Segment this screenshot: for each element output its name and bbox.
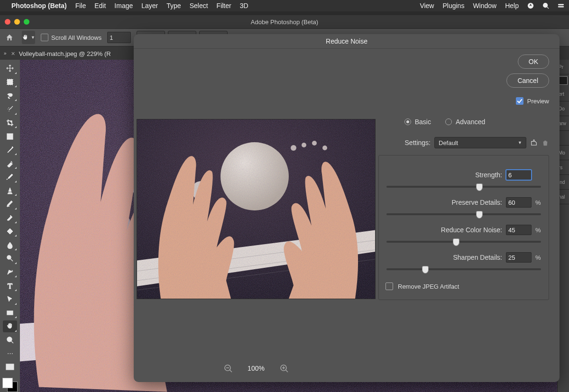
crop-tool[interactable] [3, 117, 17, 129]
scroll-all-windows-checkbox[interactable]: Scroll All Windows [41, 34, 101, 41]
healing-brush-tool[interactable] [3, 157, 17, 169]
preserve-details-value-field[interactable]: 60 [506, 197, 532, 208]
remove-jpeg-artifact-checkbox[interactable]: Remove JPEG Artifact [385, 283, 542, 290]
reduce-color-noise-slider[interactable] [386, 241, 541, 243]
frame-tool[interactable] [3, 130, 17, 142]
menu-view[interactable]: View [420, 2, 434, 9]
dodge-tool[interactable] [3, 253, 17, 264]
strength-slider-block: Strength: 6 [385, 170, 542, 188]
home-button[interactable] [3, 31, 16, 44]
svg-point-11 [7, 337, 12, 342]
dialog-preview-image[interactable] [137, 119, 376, 299]
rectangle-tool[interactable] [3, 307, 17, 319]
tab-overflow-icon[interactable]: » [4, 51, 7, 56]
dialog-title: Reduce Noise [134, 34, 560, 49]
color-swatches[interactable] [2, 378, 18, 392]
svg-point-14 [9, 365, 11, 368]
preview-checkbox[interactable]: Preview [516, 97, 549, 105]
eyedropper-tool[interactable] [3, 144, 17, 156]
move-tool[interactable] [3, 63, 17, 74]
app-name[interactable]: Photoshop (Beta) [11, 2, 67, 9]
strength-value-field[interactable]: 6 [506, 170, 532, 180]
svg-rect-4 [558, 6, 564, 8]
dialog-controls-panel: OK Cancel Preview Basic Advanced Setting… [378, 49, 560, 382]
sharpen-details-label: Sharpen Details: [453, 254, 502, 261]
hand-tool[interactable] [3, 320, 17, 332]
preserve-details-unit: % [535, 199, 542, 206]
location-icon[interactable] [527, 2, 534, 9]
reduce-color-noise-slider-block: Reduce Color Noise: 45 % [385, 225, 542, 243]
reduce-color-noise-slider-thumb[interactable] [453, 238, 459, 246]
type-tool[interactable] [3, 280, 17, 292]
window-titlebar: Adobe Photoshop (Beta) [0, 15, 569, 28]
pen-tool[interactable] [3, 266, 17, 278]
sharpen-details-value-field[interactable]: 25 [506, 252, 532, 263]
foreground-color-swatch[interactable] [2, 378, 13, 388]
search-icon[interactable] [542, 2, 549, 9]
reduce-color-noise-value-field[interactable]: 45 [506, 225, 532, 235]
cancel-button[interactable]: Cancel [506, 73, 549, 88]
remove-jpeg-artifact-box[interactable] [385, 283, 393, 290]
ok-button[interactable]: OK [518, 55, 549, 69]
sharpen-details-slider-block: Sharpen Details: 25 % [385, 252, 542, 270]
quick-mask-toggle[interactable] [3, 361, 17, 373]
mode-radio-group: Basic Advanced [404, 118, 486, 126]
menu-help[interactable]: Help [505, 2, 519, 9]
sharpen-details-slider[interactable] [386, 268, 541, 270]
menu-edit[interactable]: Edit [94, 2, 106, 9]
macos-menubar: Photoshop (Beta) File Edit Image Layer T… [0, 0, 569, 11]
menu-file[interactable]: File [75, 2, 86, 9]
wand-tool[interactable] [3, 103, 17, 115]
chevron-down-icon: ▼ [518, 140, 522, 145]
options-zoom-field[interactable]: 1 [107, 32, 131, 43]
edit-toolbar-button[interactable]: ⋯ [3, 347, 17, 359]
current-tool-indicator[interactable]: ▼ [22, 31, 35, 44]
preserve-details-slider-thumb[interactable] [476, 211, 483, 219]
history-brush-tool[interactable] [3, 198, 17, 210]
clone-stamp-tool[interactable] [3, 185, 17, 197]
preserve-details-slider[interactable] [386, 213, 541, 215]
strength-slider[interactable] [386, 186, 541, 188]
sharpen-details-unit: % [535, 254, 542, 261]
menu-filter[interactable]: Filter [217, 2, 231, 9]
eraser-tool[interactable] [3, 212, 17, 224]
reduce-noise-dialog: Reduce Noise [134, 34, 560, 382]
strength-slider-thumb[interactable] [476, 183, 483, 191]
menu-plugins[interactable]: Plugins [442, 2, 464, 9]
lasso-tool[interactable] [3, 90, 17, 101]
preserve-details-label: Preserve Details: [451, 199, 502, 206]
zoom-tool[interactable] [3, 334, 17, 346]
strength-label: Strength: [475, 171, 502, 179]
document-tab[interactable]: × Volleyball-match.jpeg @ 229% (R [11, 50, 111, 57]
save-preset-icon[interactable] [530, 139, 538, 146]
preview-checkbox-box[interactable] [516, 97, 523, 105]
zoom-out-icon[interactable] [224, 364, 232, 373]
dialog-preview-panel: 100% [134, 49, 378, 382]
marquee-tool[interactable] [3, 76, 17, 88]
mode-advanced-radio[interactable]: Advanced [445, 118, 485, 126]
mode-basic-radio[interactable]: Basic [404, 118, 431, 126]
menu-layer[interactable]: Layer [141, 2, 158, 9]
zoom-in-icon[interactable] [280, 364, 288, 373]
gradient-tool[interactable] [3, 226, 17, 237]
panel-color-mini[interactable] [559, 76, 568, 85]
window-title: Adobe Photoshop (Beta) [0, 18, 569, 26]
settings-label: Settings: [405, 139, 431, 146]
path-selection-tool[interactable] [3, 293, 17, 305]
brush-tool[interactable] [3, 171, 17, 183]
preview-zoom-value: 100% [248, 365, 265, 372]
remove-jpeg-artifact-label: Remove JPEG Artifact [398, 283, 459, 290]
preview-zoom-controls: 100% [224, 364, 288, 373]
settings-dropdown[interactable]: Default ▼ [434, 137, 526, 148]
menu-3d[interactable]: 3D [240, 2, 248, 9]
control-center-icon[interactable] [558, 2, 564, 9]
menu-select[interactable]: Select [190, 2, 208, 9]
menu-image[interactable]: Image [114, 2, 133, 9]
menu-type[interactable]: Type [166, 2, 181, 9]
blur-tool[interactable] [3, 239, 17, 251]
reduce-color-noise-label: Reduce Color Noise: [441, 226, 502, 234]
tab-close-icon[interactable]: × [11, 50, 15, 57]
sharpen-details-slider-thumb[interactable] [422, 266, 429, 273]
menu-window[interactable]: Window [473, 2, 496, 9]
svg-rect-5 [7, 79, 13, 85]
